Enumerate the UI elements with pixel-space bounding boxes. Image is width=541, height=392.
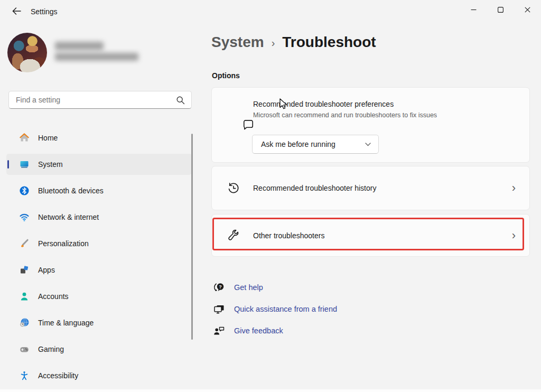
breadcrumb-separator-icon: › [272,37,275,49]
link-label: Give feedback [234,326,283,335]
preferences-card-title: Recommended troubleshooter preferences [253,100,394,108]
preferences-card-description: Microsoft can recommend and run troubles… [253,111,437,119]
maximize-icon [498,7,503,13]
sidebar-item-accessibility[interactable]: Accessibility [6,365,192,386]
time-language-icon [19,318,30,328]
page-title: Troubleshoot [282,34,376,51]
network-icon [19,212,30,222]
close-icon [525,7,530,13]
sidebar-item-label: Gaming [38,345,64,353]
window-bottom-edge [0,389,541,392]
sidebar-scrollbar[interactable] [191,134,193,340]
bluetooth-icon [19,185,30,196]
back-button[interactable] [7,4,25,18]
sidebar-item-label: Network & internet [38,213,99,221]
accessibility-icon [19,370,30,381]
user-email-blurred [55,53,138,61]
svg-text:?: ? [219,284,222,290]
sidebar-item-time-language[interactable]: Time & language [6,312,192,333]
section-label-options: Options [212,71,240,80]
history-icon [227,181,240,195]
dropdown-selected-value: Ask me before running [261,140,335,148]
personalization-icon [19,238,30,249]
comment-icon [241,118,255,132]
get-help-link[interactable]: ? Get help [212,281,337,294]
minimize-icon [471,7,477,13]
breadcrumb: System › Troubleshoot [211,34,376,51]
help-links: ? Get help Quick assistance from a frien… [212,281,337,346]
user-name-blurred [55,42,104,50]
apps-icon [19,265,30,275]
other-troubleshooters-title: Other troubleshooters [253,231,324,240]
sidebar-item-label: Personalization [38,239,89,248]
sidebar-item-network-internet[interactable]: Network & internet [6,207,192,228]
other-troubleshooters-card[interactable]: Other troubleshooters › [211,214,530,257]
troubleshooter-preference-dropdown[interactable]: Ask me before running [252,135,379,154]
sidebar-item-home[interactable]: Home [6,127,192,148]
search-input[interactable] [9,96,176,104]
search-icon [176,96,185,105]
give-feedback-icon [212,324,226,337]
sidebar-item-label: Time & language [38,319,94,327]
sidebar-item-accounts[interactable]: Accounts [6,286,192,307]
quick-assistance-link[interactable]: Quick assistance from a friend [212,302,337,316]
sidebar-item-personalization[interactable]: Personalization [6,233,192,254]
chevron-right-icon: › [512,230,516,241]
sidebar-item-label: System [38,160,63,169]
search-box [8,91,192,109]
get-help-icon: ? [212,281,226,294]
sidebar-item-apps[interactable]: Apps [6,259,192,281]
close-button[interactable] [514,0,541,19]
sidebar-item-label: Bluetooth & devices [38,186,104,195]
back-arrow-icon [12,6,22,16]
link-label: Quick assistance from a friend [234,305,337,313]
sidebar-item-label: Accessibility [38,371,78,380]
quick-assist-icon [212,303,226,315]
minimize-button[interactable] [460,0,487,19]
sidebar-item-bluetooth-devices[interactable]: Bluetooth & devices [6,180,192,201]
window-title: Settings [31,7,58,16]
give-feedback-link[interactable]: Give feedback [212,324,337,338]
avatar [7,33,47,72]
history-card[interactable]: Recommended troubleshooter history › [211,166,530,210]
title-bar: Settings [0,0,541,21]
chevron-down-icon [365,143,371,146]
preferences-card: Recommended troubleshooter preferences M… [211,87,530,163]
gaming-icon [19,344,30,354]
breadcrumb-parent[interactable]: System [211,34,264,51]
sidebar-item-label: Accounts [38,292,69,301]
system-icon [19,159,30,170]
maximize-button[interactable] [487,0,514,19]
accounts-icon [19,291,30,302]
sidebar-item-system[interactable]: System [6,154,192,175]
wrench-icon [227,229,240,242]
sidebar-item-label: Apps [38,266,55,274]
history-card-title: Recommended troubleshooter history [253,184,376,192]
home-icon [19,133,30,143]
chevron-right-icon: › [512,182,516,194]
sidebar-item-label: Home [38,134,58,142]
sidebar-item-gaming[interactable]: Gaming [6,339,192,360]
link-label: Get help [234,283,263,292]
sidebar-nav: Home System Bluetooth & devices Network … [6,127,192,391]
